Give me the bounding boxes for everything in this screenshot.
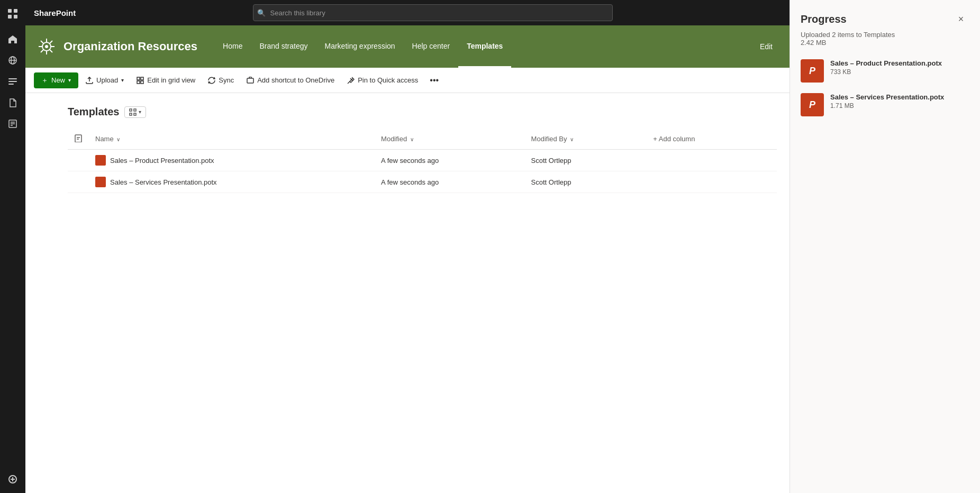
- svg-rect-1: [14, 9, 17, 13]
- svg-rect-30: [141, 81, 143, 84]
- add-shortcut-label: Add shortcut to OneDrive: [257, 76, 334, 84]
- progress-subtitle: Uploaded 2 items to Templates 2.42 MB: [801, 31, 969, 47]
- svg-rect-3: [14, 15, 17, 19]
- progress-file-name-1: Sales – Product Presentation.potx: [830, 59, 969, 67]
- svg-rect-27: [137, 77, 140, 80]
- progress-file-size-1: 733 KB: [830, 68, 969, 76]
- nav-item-templates[interactable]: Templates: [458, 25, 511, 68]
- nav-edit[interactable]: Edit: [754, 42, 779, 51]
- svg-rect-9: [8, 84, 14, 85]
- site-logo-icon: [36, 36, 57, 57]
- section-title: Templates ▾: [68, 106, 777, 118]
- topbar: SharePoint 🔍: [25, 0, 790, 25]
- sync-icon: [208, 77, 215, 84]
- pin-icon: [347, 77, 355, 84]
- col-modified-by-header[interactable]: Modified By ∨: [525, 129, 643, 150]
- view-toggle-button[interactable]: ▾: [124, 106, 146, 118]
- progress-file-info-1: Sales – Product Presentation.potx 733 KB: [830, 59, 969, 76]
- progress-file-1: Sales – Product Presentation.potx 733 KB: [801, 59, 969, 83]
- modified-by-sort-icon: ∨: [570, 136, 574, 142]
- add-column-label: + Add column: [653, 135, 695, 143]
- col-modified-label: Modified: [381, 135, 407, 143]
- search-icon: 🔍: [257, 9, 266, 17]
- sidebar-icon-globe[interactable]: [3, 51, 22, 70]
- nav-item-marketing-expression[interactable]: Marketing expression: [316, 25, 404, 68]
- col-modified-by-label: Modified By: [531, 135, 567, 143]
- svg-rect-8: [8, 81, 17, 82]
- progress-file-icon-1: [801, 59, 824, 83]
- file-modified: A few seconds ago: [375, 150, 525, 171]
- site-title: Organization Resources: [63, 40, 197, 53]
- site-logo: Organization Resources: [36, 36, 197, 57]
- edit-grid-button[interactable]: Edit in grid view: [131, 73, 201, 87]
- file-name-cell: Sales – Product Presentation.potx: [95, 155, 368, 166]
- main-area: SharePoint 🔍 Organization Resources: [25, 0, 790, 493]
- svg-rect-34: [134, 109, 136, 111]
- site-nav: Home Brand strategy Marketing expression…: [214, 25, 754, 68]
- add-shortcut-icon: [247, 77, 254, 84]
- nav-item-home[interactable]: Home: [214, 25, 251, 68]
- table-row: Sales – Product Presentation.potx A few …: [68, 150, 777, 171]
- site-header: Organization Resources Home Brand strate…: [25, 25, 790, 68]
- svg-rect-36: [75, 135, 81, 142]
- progress-file-icon-2: [801, 93, 824, 116]
- svg-rect-29: [137, 81, 140, 84]
- pin-button[interactable]: Pin to Quick access: [342, 73, 423, 87]
- sync-button[interactable]: Sync: [203, 73, 239, 87]
- progress-header: Progress ×: [801, 11, 969, 28]
- col-checkbox-header: [68, 129, 89, 150]
- svg-rect-31: [247, 78, 253, 83]
- svg-rect-33: [130, 113, 132, 115]
- progress-title: Progress: [801, 13, 847, 25]
- progress-file-2: Sales – Services Presentation.potx 1.71 …: [801, 93, 969, 116]
- search-box: 🔍: [253, 4, 613, 21]
- svg-rect-0: [8, 9, 12, 13]
- svg-rect-28: [141, 77, 143, 80]
- search-input[interactable]: [253, 4, 613, 21]
- file-name-link[interactable]: Sales – Services Presentation.potx: [110, 178, 217, 186]
- file-type-icon: [74, 134, 83, 142]
- content-area: Templates ▾ Name ∨ Modified: [25, 93, 790, 493]
- svg-line-24: [50, 50, 52, 52]
- progress-file-name-2: Sales – Services Presentation.potx: [830, 93, 969, 101]
- sync-label: Sync: [219, 76, 234, 84]
- svg-rect-32: [130, 109, 132, 111]
- sidebar-icon-feed[interactable]: [3, 72, 22, 91]
- add-shortcut-button[interactable]: Add shortcut to OneDrive: [241, 73, 340, 87]
- file-table: Name ∨ Modified ∨ Modified By ∨ + Add co…: [68, 129, 777, 193]
- upload-icon: [86, 77, 93, 84]
- sidebar-icon-add[interactable]: [3, 470, 22, 489]
- sidebar-icon-apps[interactable]: [3, 4, 22, 23]
- svg-rect-35: [134, 113, 136, 115]
- view-chevron-icon: ▾: [139, 109, 141, 115]
- progress-panel: Progress × Uploaded 2 items to Templates…: [790, 0, 980, 493]
- sidebar: [0, 0, 25, 493]
- sidebar-icon-notes[interactable]: [3, 114, 22, 133]
- file-name-link[interactable]: Sales – Product Presentation.potx: [110, 157, 214, 165]
- section-title-text: Templates: [68, 106, 119, 118]
- svg-line-23: [41, 41, 43, 43]
- col-name-header[interactable]: Name ∨: [89, 129, 375, 150]
- pptx-file-icon: [95, 155, 106, 166]
- sidebar-icon-document[interactable]: [3, 93, 22, 112]
- more-button[interactable]: •••: [425, 72, 443, 88]
- svg-line-25: [50, 41, 52, 43]
- svg-point-18: [45, 45, 48, 48]
- modified-sort-icon: ∨: [410, 136, 414, 142]
- nav-item-brand-strategy[interactable]: Brand strategy: [251, 25, 316, 68]
- edit-grid-label: Edit in grid view: [147, 76, 195, 84]
- add-column-button[interactable]: + Add column: [649, 133, 699, 145]
- col-modified-header[interactable]: Modified ∨: [375, 129, 525, 150]
- new-button[interactable]: ＋ New ▾: [34, 72, 78, 88]
- pin-label: Pin to Quick access: [358, 76, 418, 84]
- close-button[interactable]: ×: [952, 11, 969, 28]
- progress-file-size-2: 1.71 MB: [830, 102, 969, 109]
- nav-item-help-center[interactable]: Help center: [404, 25, 459, 68]
- sidebar-icon-home[interactable]: [3, 30, 22, 49]
- app-title: SharePoint: [34, 8, 76, 17]
- upload-chevron-icon: ▾: [121, 77, 124, 83]
- svg-line-26: [41, 50, 43, 52]
- upload-button[interactable]: Upload ▾: [80, 73, 129, 87]
- svg-rect-2: [8, 15, 12, 19]
- new-button-label: New: [51, 76, 65, 84]
